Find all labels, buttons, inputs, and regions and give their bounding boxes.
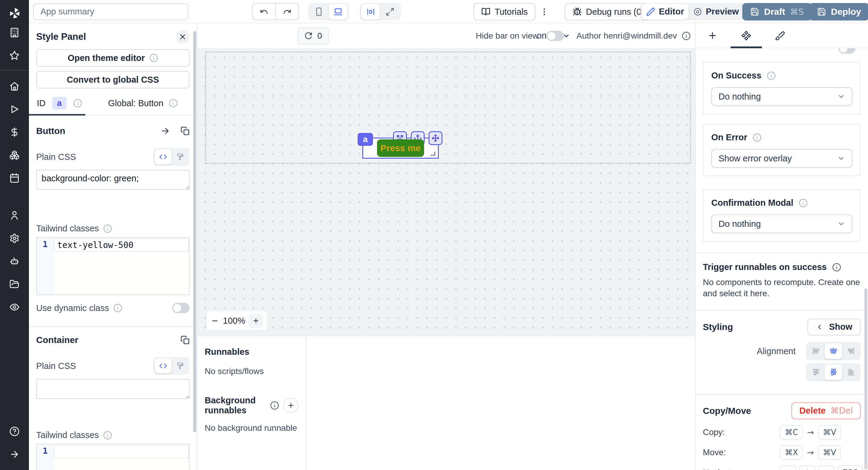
zoom-out-button[interactable]: −	[210, 315, 220, 327]
show-styling-button[interactable]: Show	[807, 319, 861, 335]
debug-runs-button[interactable]: Debug runs (0)	[565, 3, 652, 21]
sidebar-item-workers[interactable]	[0, 250, 29, 273]
tailwind-code-line[interactable]	[54, 445, 189, 458]
shortcut-label: Copy:	[703, 428, 780, 437]
sidebar-item-schedules[interactable]	[0, 167, 29, 189]
info-icon	[149, 53, 158, 62]
undo-button[interactable]	[252, 3, 276, 20]
app-summary-input[interactable]	[33, 3, 188, 20]
canvas-layout-group	[360, 3, 401, 20]
on-error-select[interactable]: Show error overlay	[711, 149, 852, 168]
tutorials-button[interactable]: Tutorials	[473, 3, 535, 21]
open-theme-editor-button[interactable]: Open theme editor	[36, 49, 190, 67]
main-sidebar	[0, 0, 29, 470]
button-tailwind-editor[interactable]: 1 text-yellow-500	[36, 237, 190, 295]
align-bottom-button[interactable]	[842, 364, 860, 380]
trigger-runnables-empty-text: No components to recompute. Create one a…	[703, 277, 861, 299]
redo-button[interactable]	[276, 3, 299, 20]
button-plain-css-input[interactable]: background-color: green;	[36, 170, 190, 190]
info-icon	[73, 99, 82, 108]
sidebar-expand-button[interactable]	[0, 443, 29, 466]
right-panel-scrollbar[interactable]	[864, 288, 867, 469]
style-panel-scrollbar[interactable]	[193, 31, 196, 432]
windmill-logo-icon[interactable]	[7, 5, 22, 21]
selected-component[interactable]: a Press me	[362, 138, 439, 159]
tab-global-button[interactable]: Global: Button	[108, 98, 164, 108]
sidebar-item-variables[interactable]	[0, 121, 29, 144]
align-left-icon	[812, 347, 820, 355]
delete-label: Delete	[799, 406, 826, 416]
tab-component-settings[interactable]	[730, 23, 763, 48]
press-me-button[interactable]: Press me	[377, 139, 424, 157]
container-tailwind-editor[interactable]: 1	[36, 444, 190, 470]
move-component-button[interactable]	[429, 131, 442, 145]
visual-style-mode-button[interactable]	[172, 149, 188, 165]
tab-component-id-badge[interactable]: a	[52, 97, 67, 110]
container-plain-css-input[interactable]	[36, 379, 190, 399]
code-mode-button[interactable]	[155, 149, 172, 165]
delete-component-button[interactable]: Delete ⌘Del	[792, 403, 861, 419]
mobile-view-button[interactable]	[310, 4, 328, 20]
alignment-label: Alignment	[757, 346, 796, 356]
sidebar-item-favorites[interactable]	[0, 44, 29, 67]
use-dynamic-class-toggle[interactable]	[172, 303, 190, 313]
sidebar-item-audit[interactable]	[0, 296, 29, 319]
canvas-toolbar: 0 once Hide bar on view Author henri@win…	[197, 23, 695, 48]
on-success-label: On Success	[711, 70, 761, 81]
sidebar-item-home[interactable]	[0, 75, 29, 98]
align-right-button[interactable]	[842, 343, 860, 359]
sidebar-item-resources[interactable]	[0, 144, 29, 167]
arrow-right-icon[interactable]	[161, 126, 170, 136]
app-canvas[interactable]: a Press me −	[197, 48, 695, 335]
align-top-button[interactable]	[807, 364, 825, 380]
plus-icon	[287, 402, 295, 409]
sidebar-item-settings[interactable]	[0, 227, 29, 250]
add-background-runnable-button[interactable]	[283, 398, 299, 413]
info-icon	[103, 224, 112, 233]
partial-toggle[interactable]	[838, 48, 855, 54]
desktop-view-button[interactable]	[329, 4, 347, 20]
tab-preview[interactable]: Preview	[689, 4, 743, 20]
line-number: 1	[37, 238, 54, 294]
sidebar-item-folders[interactable]	[0, 273, 29, 296]
align-center-vertical-button[interactable]	[825, 364, 842, 380]
align-left-button[interactable]	[807, 343, 825, 359]
component-id-badge[interactable]: a	[358, 133, 373, 146]
save-draft-button[interactable]: Draft ⌘S	[742, 3, 812, 21]
fullwidth-canvas-button[interactable]	[381, 4, 399, 20]
hide-bar-toggle[interactable]	[547, 31, 564, 41]
confirmation-modal-value: Do nothing	[718, 219, 761, 229]
tab-id[interactable]: ID	[37, 98, 45, 108]
kbd-chip: →	[818, 466, 835, 470]
on-error-card: On Error Show error overlay	[703, 124, 861, 176]
tailwind-code-line[interactable]: text-yellow-500	[54, 238, 189, 252]
sidebar-item-runs[interactable]	[0, 98, 29, 121]
style-panel: Style Panel Open theme editor Convert to…	[29, 23, 197, 470]
tab-insert-component[interactable]	[695, 23, 730, 48]
on-success-select[interactable]: Do nothing	[711, 87, 852, 106]
runnables-panel: Runnables No scripts/flows Background ru…	[197, 335, 695, 470]
sidebar-item-help[interactable]	[0, 420, 29, 443]
more-menu-button[interactable]	[538, 3, 551, 20]
zoom-in-button[interactable]: +	[249, 314, 263, 328]
close-icon	[179, 33, 186, 40]
play-icon	[9, 104, 20, 114]
tab-editor[interactable]: Editor	[642, 4, 688, 20]
confirmation-modal-select[interactable]: Do nothing	[711, 214, 852, 233]
tab-global-styling[interactable]	[763, 23, 797, 48]
align-center-horizontal-button[interactable]	[825, 343, 842, 359]
copy-icon[interactable]	[181, 335, 190, 345]
code-mode-button[interactable]	[155, 358, 172, 374]
center-canvas-button[interactable]	[361, 4, 380, 20]
copy-icon[interactable]	[181, 126, 190, 136]
component-icon	[741, 30, 751, 41]
refresh-runnables-button[interactable]: 0	[298, 27, 329, 45]
sidebar-item-workspace[interactable]	[0, 21, 29, 44]
canvas-column: 0 once Hide bar on view Author henri@win…	[197, 23, 695, 470]
convert-to-global-css-button[interactable]: Convert to global CSS	[36, 71, 190, 88]
resize-handle[interactable]	[431, 152, 435, 156]
visual-style-mode-button[interactable]	[172, 358, 188, 374]
close-style-panel-button[interactable]	[176, 30, 190, 44]
sidebar-item-users[interactable]	[0, 204, 29, 227]
deploy-button[interactable]: Deploy	[809, 3, 868, 21]
